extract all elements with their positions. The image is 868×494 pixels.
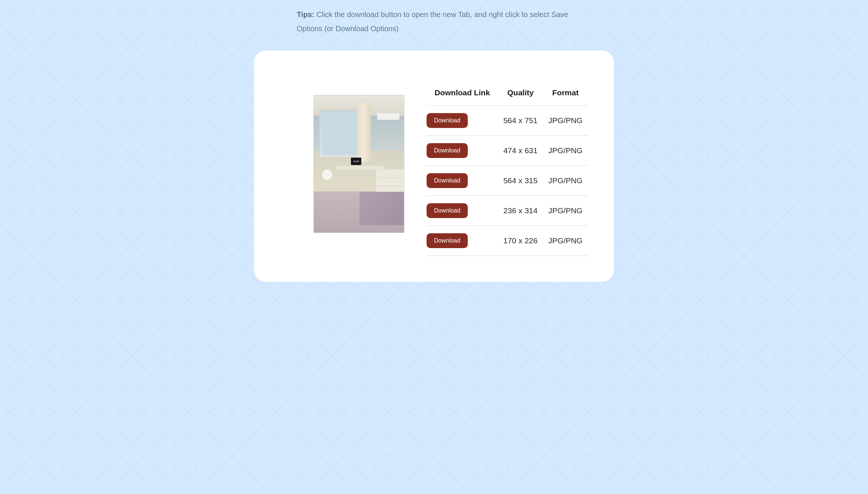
download-button[interactable]: Download	[427, 113, 468, 128]
preview-image: 16:28	[313, 95, 404, 233]
download-button[interactable]: Download	[427, 203, 468, 218]
table-row: Download170 x 226JPG/PNG	[427, 225, 588, 256]
format-cell: JPG/PNG	[543, 165, 588, 195]
table-row: Download236 x 314JPG/PNG	[427, 195, 588, 225]
quality-cell: 564 x 751	[498, 105, 543, 135]
tips-body: Click the download button to open the ne…	[297, 10, 568, 33]
clock-display: 16:28	[351, 158, 361, 165]
table-row: Download474 x 631JPG/PNG	[427, 135, 588, 165]
format-cell: JPG/PNG	[543, 195, 588, 225]
download-card: 16:28 Download Link Quality Format Downl…	[254, 50, 614, 282]
tips-text: Tips: Click the download button to open …	[293, 7, 575, 36]
download-button[interactable]: Download	[427, 233, 468, 248]
table-row: Download564 x 315JPG/PNG	[427, 165, 588, 195]
download-button[interactable]: Download	[427, 173, 468, 188]
format-cell: JPG/PNG	[543, 135, 588, 165]
format-cell: JPG/PNG	[543, 105, 588, 135]
header-download-link: Download Link	[427, 80, 498, 105]
quality-cell: 564 x 315	[498, 165, 543, 195]
preview-wrap: 16:28	[280, 80, 404, 233]
header-quality: Quality	[498, 80, 543, 105]
download-button[interactable]: Download	[427, 143, 468, 158]
quality-cell: 170 x 226	[498, 225, 543, 256]
header-format: Format	[543, 80, 588, 105]
table-row: Download564 x 751JPG/PNG	[427, 105, 588, 135]
download-table-wrap: Download Link Quality Format Download564…	[427, 80, 588, 256]
format-cell: JPG/PNG	[543, 225, 588, 256]
quality-cell: 474 x 631	[498, 135, 543, 165]
tips-label: Tips:	[297, 10, 314, 19]
quality-cell: 236 x 314	[498, 195, 543, 225]
download-table: Download Link Quality Format Download564…	[427, 80, 588, 256]
